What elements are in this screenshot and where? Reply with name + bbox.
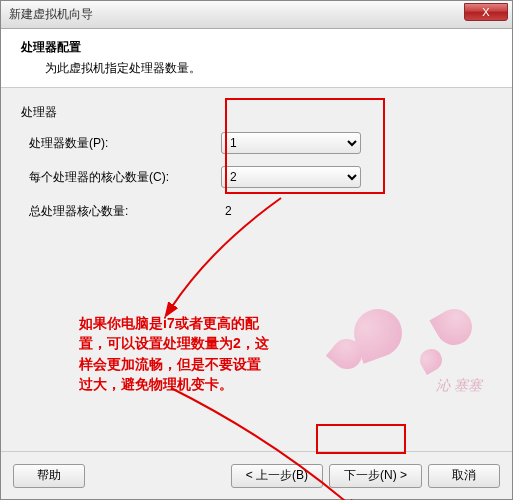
watermark-decoration: 沁 塞塞 (322, 289, 502, 399)
label-processor-count: 处理器数量(P): (21, 135, 221, 152)
row-cores-per-processor: 每个处理器的核心数量(C): 2 (21, 165, 492, 189)
close-button[interactable]: X (464, 3, 508, 21)
row-processor-count: 处理器数量(P): 1 (21, 131, 492, 155)
page-subtitle: 为此虚拟机指定处理器数量。 (45, 60, 492, 77)
back-button[interactable]: < 上一步(B) (231, 464, 323, 488)
window-title: 新建虚拟机向导 (9, 6, 93, 23)
select-cores-per-processor[interactable]: 2 (221, 166, 361, 188)
wizard-body: 处理器 处理器数量(P): 1 每个处理器的核心数量(C): 2 总处理器核心数… (1, 88, 512, 451)
wizard-window: 新建虚拟机向导 X 处理器配置 为此虚拟机指定处理器数量。 处理器 处理器数量(… (0, 0, 513, 500)
close-icon: X (482, 6, 489, 18)
wizard-footer: 帮助 < 上一步(B) 下一步(N) > 取消 (1, 451, 512, 499)
label-total-cores: 总处理器核心数量: (21, 203, 221, 220)
annotation-text: 如果你电脑是i7或者更高的配置，可以设置处理数量为2，这样会更加流畅，但是不要设… (79, 313, 269, 394)
value-total-cores: 2 (221, 204, 361, 218)
help-button[interactable]: 帮助 (13, 464, 85, 488)
wizard-header: 处理器配置 为此虚拟机指定处理器数量。 (1, 29, 512, 88)
cancel-button[interactable]: 取消 (428, 464, 500, 488)
row-total-cores: 总处理器核心数量: 2 (21, 199, 492, 223)
next-button[interactable]: 下一步(N) > (329, 464, 422, 488)
label-cores-per-processor: 每个处理器的核心数量(C): (21, 169, 221, 186)
page-title: 处理器配置 (21, 39, 492, 56)
watermark-text: 沁 塞塞 (436, 377, 482, 395)
select-processor-count[interactable]: 1 (221, 132, 361, 154)
group-label-processor: 处理器 (21, 104, 492, 121)
titlebar: 新建虚拟机向导 X (1, 1, 512, 29)
